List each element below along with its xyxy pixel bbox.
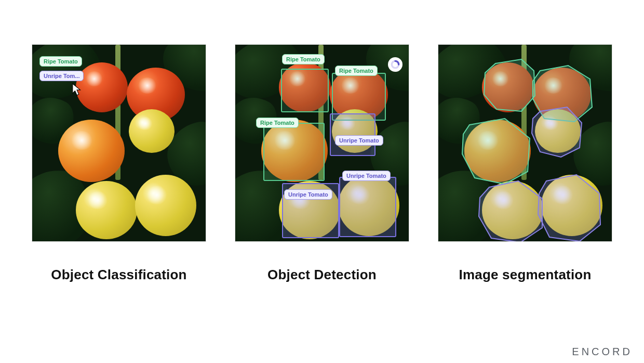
panel-classification: Ripe Tomato Unripe Tom... Object Classif… bbox=[32, 44, 206, 283]
tag-unripe-tomato[interactable]: Unripe Tom... bbox=[39, 71, 84, 81]
detection-image: Ripe TomatoRipe TomatoRipe TomatoUnripe … bbox=[235, 44, 409, 242]
tomato-yellow bbox=[129, 109, 175, 153]
bbox-ripe[interactable] bbox=[281, 69, 329, 112]
segmentation-masks bbox=[438, 45, 612, 242]
bbox-label-ripe[interactable]: Ripe Tomato bbox=[256, 118, 299, 128]
mask-unripe[interactable] bbox=[532, 107, 582, 157]
panel-segmentation: Image segmentation bbox=[438, 44, 612, 283]
segmentation-image bbox=[438, 44, 612, 242]
bbox-ripe[interactable] bbox=[263, 123, 325, 181]
classification-image: Ripe Tomato Unripe Tom... bbox=[32, 44, 206, 242]
bbox-label-ripe[interactable]: Ripe Tomato bbox=[335, 66, 378, 76]
mask-ripe[interactable] bbox=[462, 119, 530, 184]
mask-unripe[interactable] bbox=[538, 175, 600, 241]
bbox-label-ripe[interactable]: Ripe Tomato bbox=[282, 54, 325, 64]
caption-detection: Object Detection bbox=[267, 267, 377, 283]
tag-ripe-tomato[interactable]: Ripe Tomato bbox=[39, 56, 82, 67]
tomato-orange bbox=[58, 120, 125, 182]
mask-unripe[interactable] bbox=[479, 181, 542, 242]
caption-classification: Object Classification bbox=[51, 267, 186, 283]
bbox-label-unripe[interactable]: Unripe Tomato bbox=[284, 189, 332, 200]
bbox-label-unripe[interactable]: Unripe Tomato bbox=[342, 171, 391, 181]
tomato-red bbox=[76, 62, 128, 112]
brand-logo: ENCORD bbox=[572, 346, 633, 358]
loading-icon bbox=[388, 57, 403, 72]
panel-detection: Ripe TomatoRipe TomatoRipe TomatoUnripe … bbox=[235, 44, 409, 283]
caption-segmentation: Image segmentation bbox=[459, 267, 592, 283]
tomato-yellow bbox=[76, 181, 137, 239]
tomato-yellow bbox=[135, 175, 196, 236]
bbox-unripe[interactable] bbox=[339, 177, 396, 237]
mask-ripe[interactable] bbox=[484, 59, 535, 111]
bbox-label-unripe[interactable]: Unripe Tomato bbox=[335, 135, 383, 146]
bbox-unripe[interactable] bbox=[330, 113, 375, 156]
